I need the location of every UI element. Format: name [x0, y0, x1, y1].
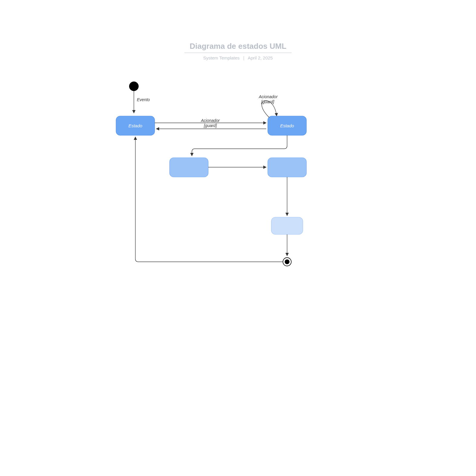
edge-initial-label: Evento: [137, 97, 150, 102]
diagram-svg: Evento Estado Estado Acionador [guard] A…: [0, 0, 476, 476]
edge-s1s2-label-2: [guard]: [203, 123, 217, 128]
state-3[interactable]: [170, 158, 208, 177]
edge-s2-s3: [192, 135, 287, 156]
edge-final-s1: [135, 137, 283, 262]
state-2-label: Estado: [280, 123, 294, 128]
state-4[interactable]: [268, 158, 306, 177]
edge-self-loop-label-1: Acionador: [259, 94, 278, 99]
diagram-canvas: Diagrama de estados UML System Templates…: [0, 0, 476, 476]
final-state-inner-icon: [285, 259, 289, 264]
initial-state-icon: [129, 82, 139, 91]
state-1-label: Estado: [129, 123, 143, 128]
edge-self-loop-label-2: [guard]: [261, 99, 275, 104]
edge-s1s2-label-1: Acionador: [201, 118, 220, 123]
state-5[interactable]: [271, 217, 303, 234]
